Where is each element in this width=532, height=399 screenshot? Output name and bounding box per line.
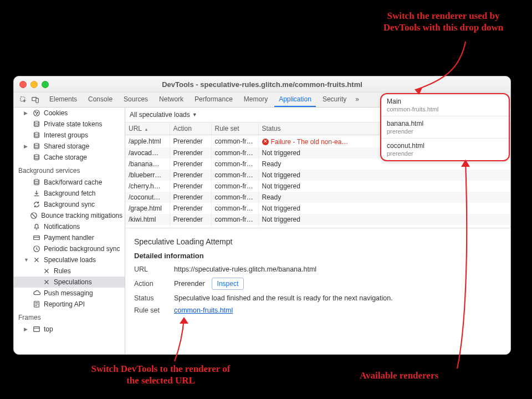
tab-memory[interactable]: Memory <box>239 93 272 107</box>
tab-sources[interactable]: Sources <box>119 93 152 107</box>
sync-icon <box>33 201 40 208</box>
status-text: Ready <box>262 193 282 201</box>
sidebar-item-rules[interactable]: Rules <box>14 265 125 277</box>
column-header-label: Status <box>262 125 281 132</box>
sidebar-item-background-sync[interactable]: Background sync <box>14 199 125 210</box>
speculation-filter-label: All speculative loads <box>130 111 190 119</box>
detail-title: Speculative Loading Attempt <box>134 237 502 246</box>
status-text: Ready <box>262 160 282 168</box>
detail-url-label: URL <box>134 265 167 273</box>
triangle-right-icon: ▶ <box>24 110 29 116</box>
sidebar-item-private-state-tokens[interactable]: Private state tokens <box>14 119 125 130</box>
table-row[interactable]: /coconut…Prerendercommon-fr…Ready <box>125 192 510 203</box>
sidebar-item-speculations[interactable]: Speculations <box>14 277 125 288</box>
sort-asc-icon: ▲ <box>144 127 149 132</box>
bell-icon <box>33 223 40 231</box>
sidebar-item-speculative-loads[interactable]: ▼Speculative loads <box>14 254 125 265</box>
tab-elements[interactable]: Elements <box>45 93 81 107</box>
sidebar-item-periodic-background-sync[interactable]: Periodic background sync <box>14 243 125 254</box>
device-toolbar-icon[interactable] <box>31 95 40 104</box>
detail-action-value: Prerender <box>174 280 205 288</box>
annotation-right: Available renderers <box>344 370 454 381</box>
detail-status-value: Speculative load finished and the result… <box>174 294 393 302</box>
sidebar-item-label: Rules <box>54 267 71 275</box>
tab-application[interactable]: Application <box>274 93 316 107</box>
cell-url: /cherry.h… <box>125 181 170 192</box>
cell-url: /apple.html <box>125 135 170 147</box>
sidebar-item-frame-top[interactable]: ▶top <box>14 324 125 335</box>
speculation-filter-dropdown[interactable]: All speculative loads ▼ <box>130 111 197 119</box>
sidebar-item-label: Bounce tracking mitigations <box>41 212 122 219</box>
svg-point-10 <box>34 144 39 146</box>
sidebar-item-label: Speculative loads <box>44 256 96 264</box>
annotation-top: Switch the renderer used by DevTools wit… <box>371 10 515 34</box>
sidebar-item-interest-groups[interactable]: Interest groups <box>14 130 125 141</box>
sidebar-item-back-forward-cache[interactable]: Back/forward cache <box>14 177 125 188</box>
renderer-option-coconut[interactable]: coconut.html prerender <box>381 139 509 160</box>
tab-performance[interactable]: Performance <box>190 93 237 107</box>
spec-icon <box>33 256 40 264</box>
table-row[interactable]: /cherry.h…Prerendercommon-fr…Not trigger… <box>125 181 510 192</box>
cell-action: Prerender <box>170 203 211 214</box>
cell-url: /avocad… <box>125 147 170 158</box>
sidebar-item-cookies[interactable]: ▶Cookies <box>14 108 125 119</box>
db-icon <box>33 131 40 139</box>
renderer-option-sub: common-fruits.html <box>387 106 503 112</box>
column-header-label: Rule set <box>215 125 239 132</box>
renderer-option-sub: prerender <box>387 150 503 157</box>
clock-icon <box>33 245 40 253</box>
sidebar-item-reporting-api[interactable]: Reporting API <box>14 299 125 310</box>
column-header-action[interactable]: Action <box>170 122 211 135</box>
tab-console[interactable]: Console <box>84 93 117 107</box>
inspect-button[interactable]: Inspect <box>212 278 244 290</box>
svg-point-9 <box>34 132 39 135</box>
status-text: Not triggered <box>262 182 300 190</box>
column-header-url[interactable]: URL▲ <box>125 122 170 135</box>
renderer-option-main[interactable]: Main common-fruits.html <box>381 94 509 116</box>
sidebar-item-notifications[interactable]: Notifications <box>14 221 125 232</box>
triangle-right-icon: ▶ <box>24 326 29 332</box>
status-text: Not triggered <box>262 204 300 212</box>
status-text: Failure - The old non-ea… <box>271 138 349 146</box>
status-text: Not triggered <box>262 149 300 157</box>
svg-rect-14 <box>34 236 40 240</box>
db-icon <box>33 120 40 128</box>
sidebar-item-cache-storage[interactable]: Cache storage <box>14 152 125 163</box>
tab-network[interactable]: Network <box>155 93 188 107</box>
svg-point-12 <box>34 180 39 182</box>
cell-ruleset: common-fr… <box>211 158 258 170</box>
tab-security[interactable]: Security <box>318 93 351 107</box>
table-row[interactable]: /kiwi.htmlPrerendercommon-fr…Not trigger… <box>125 214 510 225</box>
inspect-element-icon[interactable] <box>19 95 28 104</box>
report-icon <box>33 300 40 308</box>
sidebar-item-label: Push messaging <box>44 289 93 297</box>
status-error: ✕Failure - The old non-ea… <box>262 138 349 146</box>
table-row[interactable]: /blueberr…Prerendercommon-fr…Not trigger… <box>125 170 510 181</box>
renderer-option-banana[interactable]: banana.html prerender <box>381 116 509 139</box>
column-header-rule-set[interactable]: Rule set <box>211 122 258 135</box>
sidebar-item-label: Cache storage <box>44 154 87 161</box>
detail-section-header: Detailed information <box>134 252 502 260</box>
cell-ruleset: common-fr… <box>211 192 258 203</box>
sidebar-item-shared-storage[interactable]: ▶Shared storage <box>14 141 125 152</box>
cloud-icon <box>33 289 40 297</box>
cell-url: /coconut… <box>125 192 170 203</box>
tab-overflow[interactable]: » <box>353 93 361 107</box>
sidebar-item-payment-handler[interactable]: Payment handler <box>14 232 125 243</box>
svg-rect-17 <box>34 327 40 332</box>
sidebar-item-bounce-tracking-mitigations[interactable]: Bounce tracking mitigations <box>14 210 125 221</box>
cell-action: Prerender <box>170 170 211 181</box>
error-circle-icon: ✕ <box>262 139 269 145</box>
sidebar-item-label: Interest groups <box>44 131 88 139</box>
sidebar-item-background-fetch[interactable]: Background fetch <box>14 188 125 199</box>
db-icon <box>33 142 40 150</box>
detail-ruleset-link[interactable]: common-fruits.html <box>174 306 233 314</box>
renderer-option-title: Main <box>387 98 503 105</box>
sidebar-item-label: Notifications <box>44 223 80 231</box>
db-icon <box>33 178 40 186</box>
table-row[interactable]: /grape.htmlPrerendercommon-fr…Not trigge… <box>125 203 510 214</box>
sidebar-item-push-messaging[interactable]: Push messaging <box>14 288 125 299</box>
cell-ruleset: common-fr… <box>211 214 258 225</box>
svg-point-6 <box>37 112 38 112</box>
sidebar-item-label: Background sync <box>44 201 95 208</box>
